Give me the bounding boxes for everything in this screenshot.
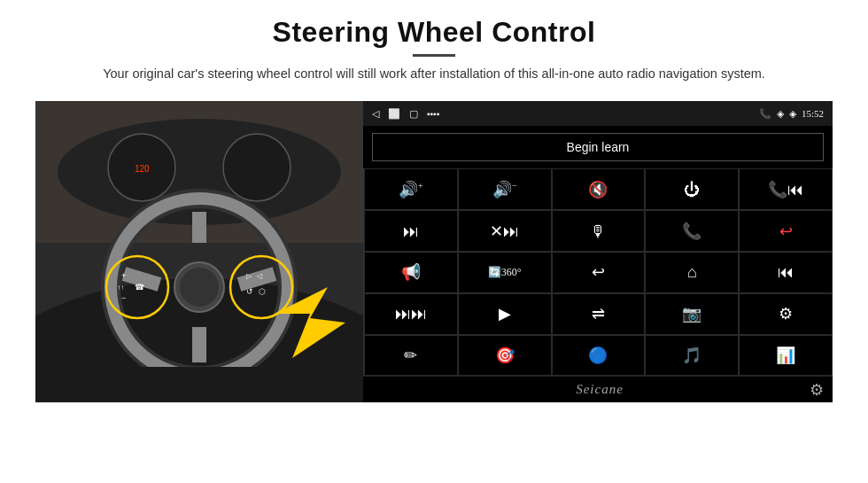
camera-360-icon: 🔄360° <box>488 267 522 277</box>
svg-text:+: + <box>121 271 126 280</box>
ctrl-horn[interactable]: 📢 <box>364 252 458 293</box>
ctrl-camera[interactable]: 📷 <box>645 293 739 335</box>
nav-home-icon[interactable]: ⬜ <box>388 108 400 120</box>
mute-icon: 🔇 <box>588 182 608 198</box>
bluetooth-icon: 🔵 <box>588 347 608 363</box>
ctrl-mic[interactable]: 🎙 <box>552 210 646 252</box>
ctrl-rewind[interactable]: ⏮ <box>739 252 833 293</box>
svg-text:◁: ◁ <box>257 272 263 280</box>
shuffle-next-icon: ✕⏭ <box>490 223 519 239</box>
ctrl-fast-fwd[interactable]: ⏭⏭ <box>364 293 458 335</box>
ctrl-shuffle-next[interactable]: ✕⏭ <box>458 210 552 252</box>
ctrl-back[interactable]: ↩ <box>552 252 646 293</box>
ctrl-power[interactable]: ⏻ <box>645 168 739 210</box>
next-icon: ⏭ <box>403 223 419 239</box>
ctrl-edit[interactable]: ✏ <box>364 335 458 377</box>
bottom-bar: Seicane ⚙ <box>363 376 833 402</box>
hang-up-icon: ↩ <box>779 223 793 239</box>
ctrl-bluetooth[interactable]: 🔵 <box>552 335 646 377</box>
ctrl-swap[interactable]: ⇌ <box>552 293 646 335</box>
ctrl-music[interactable]: 🎵 <box>645 335 739 377</box>
headunit-display: ◁ ⬜ ▢ ▪▪▪▪ 📞 ◈ ◈ 15:52 Begin learn <box>363 101 833 402</box>
begin-learn-button[interactable]: Begin learn <box>372 133 824 161</box>
status-bar: ◁ ⬜ ▢ ▪▪▪▪ 📞 ◈ ◈ 15:52 <box>363 101 833 126</box>
clock-display: 15:52 <box>802 108 824 119</box>
focus-icon: 🎯 <box>495 347 515 363</box>
ctrl-home[interactable]: ⌂ <box>645 252 739 293</box>
nav-back-icon[interactable]: ◁ <box>372 108 379 120</box>
ctrl-next[interactable]: ⏭ <box>364 210 458 252</box>
vol-up-icon: 🔊+ <box>399 182 423 198</box>
nav-recent-icon[interactable]: ▢ <box>409 108 418 120</box>
status-right: 📞 ◈ ◈ 15:52 <box>759 108 824 120</box>
signal-icon: ▪▪▪▪ <box>427 109 439 119</box>
svg-point-5 <box>223 134 291 201</box>
prev-phone-icon: 📞⏮ <box>768 182 803 198</box>
back-icon: ↩ <box>592 264 605 280</box>
nav-icons: ◁ ⬜ ▢ ▪▪▪▪ <box>372 108 439 120</box>
ctrl-vol-up[interactable]: 🔊+ <box>364 168 458 210</box>
ctrl-mute[interactable]: 🔇 <box>552 168 646 210</box>
settings-gear-icon[interactable]: ⚙ <box>810 380 824 400</box>
phone-pick-icon: 📞 <box>682 223 701 239</box>
levels-icon: 📊 <box>776 347 795 363</box>
ctrl-equalizer[interactable]: ⚙ <box>739 293 833 335</box>
subtitle-text: Your original car's steering wheel contr… <box>103 64 765 83</box>
ctrl-phone-pick[interactable]: 📞 <box>645 210 739 252</box>
seicane-logo: Seicane <box>576 382 624 397</box>
ctrl-levels[interactable]: 📊 <box>739 335 833 377</box>
ctrl-hang-up[interactable]: ↩ <box>739 210 833 252</box>
mic-icon: 🎙 <box>590 223 606 239</box>
swap-icon: ⇌ <box>592 306 605 322</box>
home-icon: ⌂ <box>687 264 697 280</box>
edit-icon: ✏ <box>404 347 417 363</box>
svg-text:120: 120 <box>135 164 150 174</box>
wifi-icon: ◈ <box>789 108 796 120</box>
page-title: Steering Wheel Control <box>103 16 765 49</box>
car-image: 120 + ↑↑ − ☎ <box>35 101 363 402</box>
svg-point-3 <box>58 119 341 225</box>
title-divider <box>413 54 455 57</box>
svg-point-15 <box>180 268 219 307</box>
ctrl-camera-360[interactable]: 🔄360° <box>458 252 552 293</box>
svg-text:−: − <box>121 293 126 302</box>
svg-text:▷: ▷ <box>246 272 252 280</box>
svg-text:↺: ↺ <box>246 287 253 296</box>
ctrl-vol-down[interactable]: 🔊− <box>458 168 552 210</box>
equalizer-icon: ⚙ <box>779 306 793 322</box>
rewind-icon: ⏮ <box>778 264 794 280</box>
ctrl-focus[interactable]: 🎯 <box>458 335 552 377</box>
camera-icon: 📷 <box>682 306 701 322</box>
vol-down-icon: 🔊− <box>492 182 517 198</box>
ctrl-navigate[interactable]: ▶ <box>458 293 552 335</box>
horn-icon: 📢 <box>401 264 421 280</box>
svg-text:⬡: ⬡ <box>259 287 266 296</box>
ctrl-prev-phone[interactable]: 📞⏮ <box>739 168 833 210</box>
navigate-icon: ▶ <box>499 306 511 322</box>
begin-learn-row: Begin learn <box>363 126 833 168</box>
svg-text:☎: ☎ <box>135 283 144 292</box>
controls-grid: 🔊+ 🔊− 🔇 ⏻ 📞⏮ ⏭ ✕⏭ <box>363 168 833 376</box>
phone-status-icon: 📞 <box>759 108 771 120</box>
svg-rect-27 <box>35 367 363 402</box>
svg-text:↑↑: ↑↑ <box>117 284 124 292</box>
power-icon: ⏻ <box>684 182 700 198</box>
fast-fwd-icon: ⏭⏭ <box>395 306 427 322</box>
location-icon: ◈ <box>777 108 784 120</box>
music-icon: 🎵 <box>682 347 701 363</box>
